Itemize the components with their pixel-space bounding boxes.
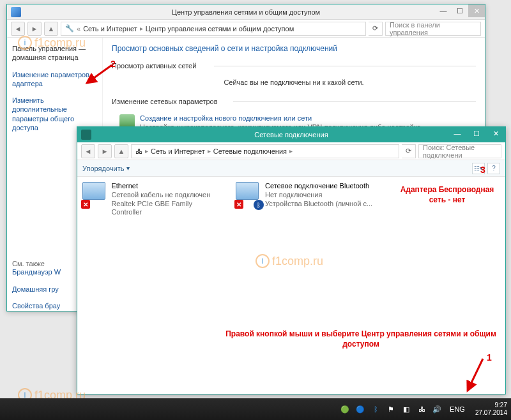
chevron-right-icon: ▸ [140, 25, 143, 32]
organize-menu[interactable]: Упорядочить ▾ [82, 165, 130, 172]
adapter-name: Сетевое подключение Bluetooth [265, 182, 372, 191]
adapter-status: Сетевой кабель не подключен [111, 191, 223, 200]
window-title: Сетевые подключения [254, 131, 328, 139]
adapter-name: Ethernet [111, 182, 223, 191]
titlebar[interactable]: Сетевые подключения — ☐ ✕ [77, 127, 505, 142]
organize-label: Упорядочить [82, 165, 124, 172]
back-button[interactable]: ◄ [11, 22, 25, 36]
up-button[interactable]: ▲ [44, 22, 58, 36]
tray-clock[interactable]: 9:27 27.07.2014 [475, 401, 507, 417]
chevron-right-icon: « [77, 25, 80, 33]
tray-bluetooth-icon[interactable]: ᛒ [370, 404, 381, 414]
adapter-device: Устройства Bluetooth (личной с... [265, 200, 372, 209]
sidebar-adapter-settings[interactable]: Изменение параметров адаптера [12, 70, 97, 89]
network-icon: 🖧 [135, 147, 142, 155]
chevron-down-icon: ▾ [126, 165, 130, 172]
minimize-button[interactable]: — [448, 127, 467, 140]
tray-updates-icon[interactable]: ◧ [401, 404, 411, 414]
address-bar[interactable]: 🖧 ▸ Сеть и Интернет ▸ Сетевые подключени… [131, 144, 399, 158]
adapter-list: ✕ Ethernet Сетевой кабель не подключен R… [77, 177, 505, 394]
address-bar-row: ◄ ► ▲ 🔧 « Сеть и Интернет ▸ Центр управл… [7, 20, 485, 38]
search-input[interactable]: Поиск в панели управления [385, 22, 481, 36]
adapter-icon [82, 182, 105, 200]
up-button[interactable]: ▲ [114, 144, 128, 158]
bluetooth-icon: ᛒ [254, 200, 264, 210]
section-active-networks: Просмотр активных сетей [112, 62, 476, 70]
page-heading: Просмотр основных сведений о сети и наст… [112, 44, 476, 53]
refresh-button[interactable]: ⟳ [369, 22, 383, 36]
address-bar[interactable]: 🔧 « Сеть и Интернет ▸ Центр управления с… [61, 22, 366, 36]
system-tray: 🟢 🔵 ᛒ ⚑ ◧ 🖧 🔊 ENG 9:27 27.07.2014 [340, 401, 507, 417]
annotation-number-1: 1 [487, 352, 492, 363]
search-input[interactable]: Поиск: Сетевые подключени [418, 144, 501, 158]
breadcrumb-seg1[interactable]: Сеть и Интернет [83, 25, 137, 33]
adapter-device: Realtek PCIe GBE Family Controller [111, 200, 223, 218]
disconnected-icon: ✕ [234, 200, 243, 209]
tray-security-icon[interactable]: ⚑ [386, 404, 396, 414]
back-button[interactable]: ◄ [81, 144, 95, 158]
disconnected-icon: ✕ [81, 200, 90, 209]
adapter-icon [236, 182, 259, 200]
maximize-button[interactable]: ☐ [452, 4, 468, 17]
refresh-button[interactable]: ⟳ [402, 144, 416, 158]
chevron-right-icon: ▸ [289, 147, 293, 154]
close-button[interactable]: ✕ [486, 127, 505, 140]
breadcrumb-seg2[interactable]: Центр управления сетями и общим доступом [146, 25, 294, 33]
tray-messenger-icon[interactable]: 🟢 [340, 404, 350, 414]
annotation-label-3: Адаптера Беспроводная сеть - нет [396, 185, 498, 205]
chevron-right-icon: ▸ [208, 147, 211, 154]
wizard-link[interactable]: Создание и настройка нового подключения … [140, 114, 421, 122]
minimize-button[interactable]: — [435, 4, 452, 17]
maximize-button[interactable]: ☐ [467, 127, 486, 140]
adapter-ethernet[interactable]: ✕ Ethernet Сетевой кабель не подключен R… [82, 182, 223, 389]
annotation-number-2: 2 [111, 59, 116, 69]
forward-button[interactable]: ► [98, 144, 112, 158]
tray-language[interactable]: ENG [450, 405, 465, 413]
section-network-settings: Изменение сетевых параметров [112, 98, 476, 105]
window-controls: — ☐ ✕ [435, 4, 485, 17]
titlebar[interactable]: Центр управления сетями и общим доступом… [7, 4, 485, 20]
search-placeholder: Поиск: Сетевые подключени [423, 144, 497, 159]
breadcrumb-seg2[interactable]: Сетевые подключения [213, 147, 287, 155]
adapter-bluetooth[interactable]: ✕ ᛒ Сетевое подключение Bluetooth Нет по… [236, 182, 376, 389]
taskbar[interactable]: 🟢 🔵 ᛒ ⚑ ◧ 🖧 🔊 ENG 9:27 27.07.2014 [0, 398, 511, 420]
watermark: if1comp.ru [18, 36, 86, 50]
control-panel-icon: 🔧 [65, 24, 74, 33]
adapter-status: Нет подключения [265, 191, 372, 200]
window-controls: — ☐ ✕ [448, 127, 505, 140]
tray-volume-icon[interactable]: 🔊 [432, 404, 442, 414]
no-network-message: Сейчас вы не подключены ни к какой сети. [112, 79, 476, 86]
clock-time: 9:27 [475, 401, 507, 409]
toolbar: Упорядочить ▾ ☷▾ ? [77, 160, 505, 177]
chevron-right-icon: ▸ [145, 147, 148, 154]
close-button[interactable]: ✕ [468, 4, 485, 17]
app-icon [11, 7, 21, 17]
forward-button[interactable]: ► [27, 22, 42, 36]
annotation-number-3: 3 [480, 165, 485, 175]
breadcrumb-seg1[interactable]: Сеть и Интернет [151, 147, 205, 155]
app-icon [81, 130, 91, 140]
watermark: if1comp.ru [256, 254, 323, 268]
tray-skype-icon[interactable]: 🔵 [355, 404, 365, 414]
annotation-hint-1: Правой кнопкой мыши и выберите Центр упр… [224, 329, 498, 349]
help-button[interactable]: ? [487, 163, 500, 174]
address-bar-row: ◄ ► ▲ 🖧 ▸ Сеть и Интернет ▸ Сетевые подк… [77, 142, 505, 160]
tray-network-icon[interactable]: 🖧 [416, 404, 427, 414]
clock-date: 27.07.2014 [475, 409, 507, 417]
window-title: Центр управления сетями и общим доступом [172, 8, 320, 16]
search-placeholder: Поиск в панели управления [390, 21, 477, 36]
